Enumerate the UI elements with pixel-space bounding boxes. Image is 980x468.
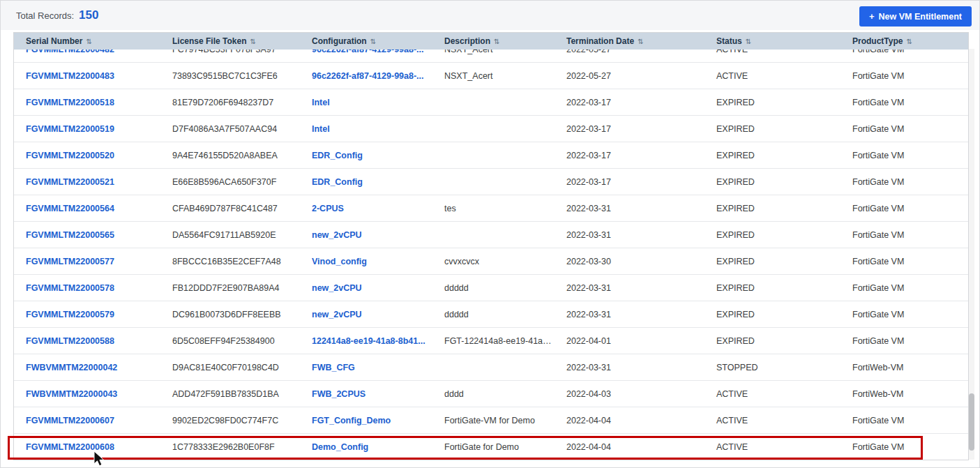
vertical-scrollbar-thumb[interactable] <box>969 393 974 451</box>
status-cell: EXPIRED <box>704 283 840 293</box>
column-header-label: Termination Date <box>566 36 634 46</box>
serial-number-link[interactable]: FGVMMLTM22000519 <box>26 124 114 134</box>
screen: Total Records: 150 + New VM Entitlement … <box>0 0 980 468</box>
table-row: FWBVMMTM22000043 ADD472F591BB7835D1BA FW… <box>14 381 968 407</box>
configuration-link[interactable]: new_2vCPU <box>312 230 362 240</box>
sort-icon[interactable]: ⇅ <box>906 38 912 45</box>
serial-number-link[interactable]: FGVMMLTM22000588 <box>26 336 114 346</box>
table-row: FGVMMLTM22000588 6D5C08EFF94F25384900 12… <box>14 328 968 354</box>
sort-icon[interactable]: ⇅ <box>370 38 376 45</box>
license-file-token: DA5564FC91711AB5920E <box>160 230 300 240</box>
status-cell: EXPIRED <box>704 230 840 240</box>
configuration-link[interactable]: FGT_Config_Demo <box>312 416 391 425</box>
column-header[interactable]: Serial Number ⇅ <box>14 36 160 46</box>
new-vm-entitlement-button-label: New VM Entitlement <box>879 12 962 22</box>
license-file-token: 1C778333E2962B0E0F8F <box>160 442 300 452</box>
status-cell: STOPPED <box>704 363 840 372</box>
configuration-link[interactable]: EDR_Config <box>312 151 363 160</box>
license-file-token: 8FBCCC16B35E2CEF7A48 <box>160 257 300 266</box>
description-cell: tes <box>432 204 555 213</box>
configuration-link[interactable]: FWB_CFG <box>312 363 355 372</box>
configuration-link[interactable]: Vinod_config <box>312 257 367 266</box>
table-row: FGVMMLTM22000518 81E79D7206F6948237D7 In… <box>14 89 968 116</box>
serial-number-link[interactable]: FGVMMLTM22000579 <box>26 310 114 319</box>
serial-number-link[interactable]: FGVMMLTM22000578 <box>26 283 114 293</box>
sort-icon[interactable]: ⇅ <box>494 38 499 45</box>
product-type-cell: FortiGate VM <box>840 71 968 81</box>
sort-icon[interactable]: ⇅ <box>638 38 643 45</box>
sort-icon[interactable]: ⇅ <box>250 38 255 45</box>
serial-number-link[interactable]: FGVMMLTM22000565 <box>26 230 114 240</box>
termination-date-cell: 2022-03-17 <box>555 98 704 107</box>
table-row: FGVMMLTM22000607 9902ED2C98FD0C774F7C FG… <box>14 407 968 434</box>
column-header[interactable]: Termination Date ⇅ <box>555 36 704 46</box>
serial-number-link[interactable]: FGVMMLTM22000607 <box>26 416 114 425</box>
configuration-link[interactable]: new_2vCPU <box>312 283 362 293</box>
sort-icon[interactable]: ⇅ <box>86 38 91 45</box>
column-header-label: License File Token <box>172 36 246 46</box>
vm-entitlement-table: Serial Number ⇅ License File Token ⇅ Con… <box>13 32 969 460</box>
serial-number-link[interactable]: FGVMMLTM22000518 <box>26 98 114 107</box>
serial-number-link[interactable]: FGVMMLTM22000608 <box>26 442 114 452</box>
configuration-link[interactable]: Intel <box>312 98 330 107</box>
status-cell: ACTIVE <box>704 416 840 425</box>
termination-date-cell: 2022-03-30 <box>555 257 704 266</box>
status-cell: EXPIRED <box>704 124 840 134</box>
description-cell: FortiGate for Demo <box>432 442 555 452</box>
description-cell: NSXT_Acert <box>432 71 555 81</box>
configuration-link[interactable]: Demo_Config <box>312 442 368 452</box>
table-row: FGVMMLTM22000608 1C778333E2962B0E0F8F De… <box>14 434 968 460</box>
product-type-cell: FortiGate VM <box>840 336 968 346</box>
status-cell: EXPIRED <box>704 310 840 319</box>
license-file-token: ADD472F591BB7835D1BA <box>160 389 300 399</box>
license-file-token: CFAB469D787F8C41C487 <box>160 204 300 213</box>
column-header-label: Serial Number <box>26 36 82 46</box>
sort-icon[interactable]: ⇅ <box>746 38 751 45</box>
status-cell: EXPIRED <box>704 336 840 346</box>
serial-number-link[interactable]: FWBVMMTM22000042 <box>26 363 117 372</box>
termination-date-cell: 2022-03-17 <box>555 124 704 134</box>
configuration-link[interactable]: EDR_Config <box>312 177 363 187</box>
new-vm-entitlement-button[interactable]: + New VM Entitlement <box>859 6 972 27</box>
table-row: FGVMMLTM22000565 DA5564FC91711AB5920E ne… <box>14 222 968 248</box>
table-row: FWBVMMTM22000042 D9AC81E40C0F70198C4D FW… <box>14 354 968 381</box>
column-header[interactable]: Status ⇅ <box>704 36 840 46</box>
termination-date-cell: 2022-03-17 <box>555 177 704 187</box>
status-cell: ACTIVE <box>704 442 840 452</box>
license-file-token: 9A4E746155D520A8ABEA <box>160 151 300 160</box>
configuration-link[interactable]: 122414a8-ee19-41a8-8b41... <box>312 336 425 346</box>
status-cell: EXPIRED <box>704 98 840 107</box>
license-file-token: 9902ED2C98FD0C774F7C <box>160 416 300 425</box>
configuration-link[interactable]: 96c2262f-af87-4129-99a8-... <box>312 71 424 81</box>
description-cell: ddddd <box>432 283 555 293</box>
column-header[interactable]: ProductType ⇅ <box>840 36 968 46</box>
termination-date-cell: 2022-04-01 <box>555 336 704 346</box>
serial-number-link[interactable]: FGVMMLTM22000483 <box>26 71 114 81</box>
status-cell: EXPIRED <box>704 257 840 266</box>
table-body: FGVMMLTM22000482 FC7974BC53FF078F3A97 96… <box>14 36 968 460</box>
column-header[interactable]: Configuration ⇅ <box>300 36 432 46</box>
serial-number-link[interactable]: FGVMMLTM22000564 <box>26 204 114 213</box>
serial-number-link[interactable]: FGVMMLTM22000520 <box>26 151 114 160</box>
table-row: FGVMMLTM22000483 73893C9515BC7C1C3FE6 96… <box>14 63 968 89</box>
status-cell: EXPIRED <box>704 177 840 187</box>
status-cell: ACTIVE <box>704 389 840 399</box>
vertical-scrollbar-track[interactable] <box>969 49 974 460</box>
configuration-link[interactable]: 2-CPUS <box>312 204 344 213</box>
termination-date-cell: 2022-03-31 <box>555 363 704 372</box>
serial-number-link[interactable]: FGVMMLTM22000577 <box>26 257 114 266</box>
serial-number-link[interactable]: FWBVMMTM22000043 <box>26 389 117 399</box>
termination-date-cell: 2022-04-04 <box>555 416 704 425</box>
configuration-link[interactable]: Intel <box>312 124 330 134</box>
table-row: FGVMMLTM22000564 CFAB469D787F8C41C487 2-… <box>14 195 968 222</box>
column-header[interactable]: License File Token ⇅ <box>160 36 300 46</box>
serial-number-link[interactable]: FGVMMLTM22000521 <box>26 177 114 187</box>
termination-date-cell: 2022-05-27 <box>555 71 704 81</box>
table-row: FGVMMLTM22000519 D7F4086A3A7F507AAC94 In… <box>14 116 968 142</box>
plus-icon: + <box>869 11 875 22</box>
configuration-link[interactable]: new_2vCPU <box>312 310 362 319</box>
configuration-link[interactable]: FWB_2CPUS <box>312 389 365 399</box>
license-file-token: 81E79D7206F6948237D7 <box>160 98 300 107</box>
product-type-cell: FortiGate VM <box>840 283 968 293</box>
column-header[interactable]: Description ⇅ <box>432 36 555 46</box>
